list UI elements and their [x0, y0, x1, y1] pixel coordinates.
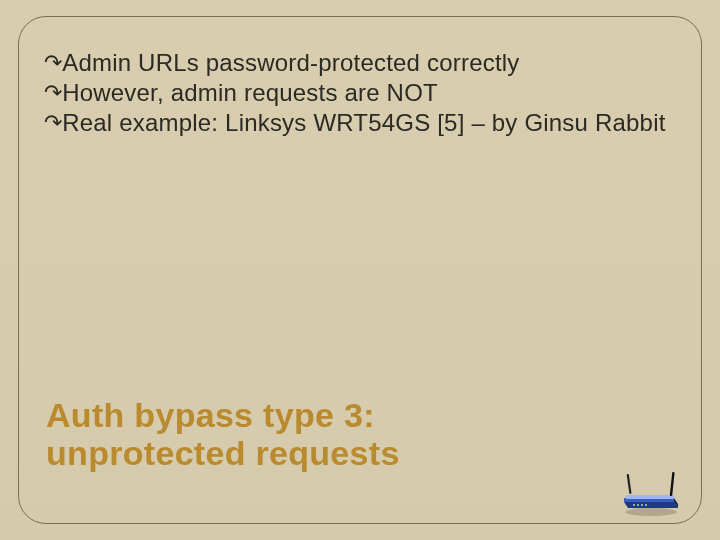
bullet-marker-icon: ↷ [44, 80, 62, 105]
svg-point-4 [637, 504, 639, 506]
slide: ↷Admin URLs password-protected correctly… [0, 0, 720, 540]
svg-point-5 [641, 504, 643, 506]
svg-rect-7 [670, 472, 675, 496]
bullet-text: Admin URLs password-protected correctly [62, 49, 519, 76]
slide-title: Auth bypass type 3: unprotected requests [46, 396, 600, 472]
bullet-marker-icon: ↷ [44, 50, 62, 75]
title-line: unprotected requests [46, 434, 600, 472]
bullet-item: ↷Admin URLs password-protected correctly [44, 48, 676, 78]
bullet-text: However, admin requests are NOT [62, 79, 438, 106]
bullet-item: ↷Real example: Linksys WRT54GS [5] – by … [44, 108, 676, 138]
svg-point-3 [633, 504, 635, 506]
svg-rect-2 [626, 495, 674, 499]
router-icon [616, 472, 686, 516]
bullet-item: ↷However, admin requests are NOT [44, 78, 676, 108]
svg-rect-1 [627, 474, 632, 494]
title-line: Auth bypass type 3: [46, 396, 600, 434]
bullet-marker-icon: ↷ [44, 110, 62, 135]
svg-point-6 [645, 504, 647, 506]
bullet-text: Real example: Linksys WRT54GS [5] – by G… [62, 109, 665, 136]
svg-point-0 [625, 508, 677, 516]
body-content: ↷Admin URLs password-protected correctly… [44, 48, 676, 138]
